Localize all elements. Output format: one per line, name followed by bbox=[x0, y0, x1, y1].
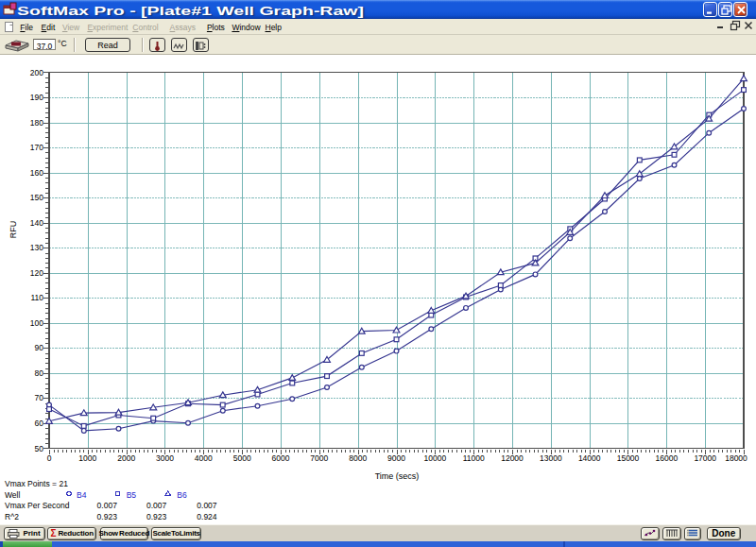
svg-text:110: 110 bbox=[30, 293, 43, 302]
svg-text:11000: 11000 bbox=[463, 453, 485, 463]
svg-text:17000: 17000 bbox=[694, 453, 716, 463]
svg-text:170: 170 bbox=[30, 143, 43, 152]
svg-text:190: 190 bbox=[30, 93, 43, 102]
svg-text:60: 60 bbox=[35, 419, 44, 428]
svg-text:8000: 8000 bbox=[349, 453, 367, 463]
svg-text:150: 150 bbox=[30, 193, 43, 202]
svg-text:140: 140 bbox=[30, 218, 43, 228]
svg-text:9000: 9000 bbox=[387, 453, 405, 463]
svg-text:5000: 5000 bbox=[233, 453, 251, 463]
svg-text:12000: 12000 bbox=[501, 453, 524, 463]
svg-text:1000: 1000 bbox=[78, 453, 96, 463]
svg-text:14000: 14000 bbox=[578, 453, 601, 463]
svg-text:4000: 4000 bbox=[195, 453, 213, 463]
svg-text:18000: 18000 bbox=[725, 453, 747, 463]
svg-text:7000: 7000 bbox=[310, 453, 328, 463]
svg-text:10000: 10000 bbox=[423, 453, 446, 463]
svg-text:70: 70 bbox=[35, 393, 44, 402]
svg-text:90: 90 bbox=[35, 343, 44, 352]
svg-text:15000: 15000 bbox=[617, 453, 640, 463]
svg-text:3000: 3000 bbox=[156, 453, 174, 463]
svg-text:200: 200 bbox=[30, 68, 43, 77]
svg-text:0: 0 bbox=[47, 453, 52, 463]
svg-text:2000: 2000 bbox=[117, 453, 135, 463]
svg-text:Time (secs): Time (secs) bbox=[375, 471, 420, 481]
svg-text:6000: 6000 bbox=[272, 453, 290, 463]
svg-text:80: 80 bbox=[35, 368, 44, 378]
svg-text:120: 120 bbox=[30, 268, 43, 278]
svg-text:100: 100 bbox=[30, 318, 43, 328]
svg-text:50: 50 bbox=[35, 444, 44, 453]
svg-text:16000: 16000 bbox=[655, 453, 678, 463]
svg-text:160: 160 bbox=[30, 168, 43, 178]
svg-text:13000: 13000 bbox=[540, 453, 562, 463]
svg-text:RFU: RFU bbox=[9, 221, 18, 239]
svg-text:180: 180 bbox=[30, 118, 43, 128]
svg-text:130: 130 bbox=[30, 243, 43, 252]
